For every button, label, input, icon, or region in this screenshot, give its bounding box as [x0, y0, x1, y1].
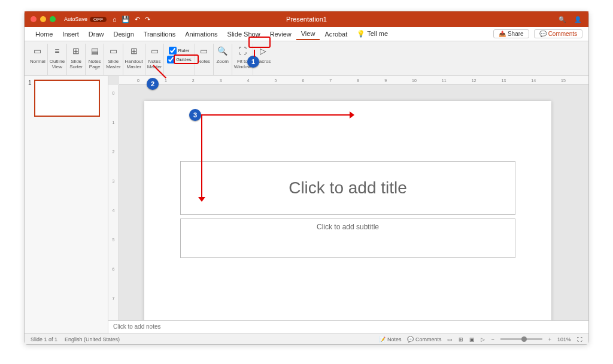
home-icon[interactable]: ⌂ — [113, 16, 117, 23]
autosave-label: AutoSave — [64, 16, 87, 22]
autosave-toggle[interactable]: AutoSave OFF — [64, 16, 107, 22]
annotation-callout-1: 1 — [247, 56, 259, 68]
normal-view-icon: ▭ — [31, 44, 45, 58]
ribbon-handout-master[interactable]: ⊞Handout Master — [123, 44, 145, 75]
search-icon[interactable]: 🔍 — [559, 16, 566, 23]
guides-checkbox[interactable]: Guides — [166, 55, 192, 64]
annotation-arrow-3h — [201, 114, 351, 116]
tab-home[interactable]: Home — [31, 29, 57, 40]
notes-icon: ▭ — [197, 44, 211, 58]
ribbon-notes-master[interactable]: ▭Notes Master — [145, 44, 164, 75]
close-icon[interactable] — [31, 16, 37, 22]
notes-page-icon: ▤ — [87, 44, 102, 58]
tab-view[interactable]: View — [296, 28, 320, 40]
ribbon-sorter[interactable]: ⊞Slide Sorter — [67, 44, 86, 75]
window-controls — [25, 16, 56, 22]
status-notes-button[interactable]: 📝 Notes — [379, 336, 401, 342]
ruler-checkbox[interactable]: Ruler — [168, 46, 190, 55]
tell-me[interactable]: 💡 Tell me — [352, 28, 393, 40]
undo-icon[interactable]: ↶ — [135, 16, 140, 23]
redo-icon[interactable]: ↷ — [145, 16, 150, 23]
ribbon-view: ▭Normal ≡Outline View ⊞Slide Sorter ▤Not… — [25, 41, 588, 76]
tab-slideshow[interactable]: Slide Show — [223, 29, 265, 40]
ribbon-notes-toggle[interactable]: ▭Notes — [195, 44, 214, 75]
save-icon[interactable]: 💾 — [122, 16, 130, 23]
notes-pane[interactable]: Click to add notes — [108, 320, 588, 333]
slide-master-icon: ▭ — [106, 44, 120, 58]
thumb-number: 1 — [28, 80, 32, 330]
view-sorter-icon[interactable]: ⊞ — [459, 336, 463, 342]
zoom-slider[interactable] — [500, 338, 542, 340]
ribbon-zoom[interactable]: 🔍Zoom — [214, 44, 232, 75]
tab-acrobat[interactable]: Acrobat — [320, 29, 352, 40]
document-title: Presentation1 — [286, 16, 327, 23]
annotation-callout-2: 2 — [147, 78, 159, 90]
title-placeholder[interactable]: Click to add title — [180, 161, 515, 215]
zoom-out-button[interactable]: − — [491, 336, 494, 342]
menu-tabs: Home Insert Draw Design Transitions Anim… — [25, 27, 588, 41]
notes-master-icon: ▭ — [147, 44, 162, 58]
tab-insert[interactable]: Insert — [57, 29, 84, 40]
subtitle-placeholder[interactable]: Click to add subtitle — [180, 219, 515, 258]
status-bar: Slide 1 of 1 English (United States) 📝 N… — [25, 333, 588, 344]
ribbon-slide-master[interactable]: ▭Slide Master — [104, 44, 123, 75]
slide-canvas-area[interactable]: 012345678910111213141516 012345678 Click… — [108, 76, 588, 320]
tab-design[interactable]: Design — [109, 29, 139, 40]
slide-thumbnail-1[interactable] — [34, 80, 100, 117]
titlebar: AutoSave OFF ⌂ 💾 ↶ ↷ Presentation1 🔍 👤 — [25, 11, 588, 27]
zoom-percent[interactable]: 101% — [557, 336, 571, 342]
slide-thumbnail-panel: 1 — [25, 76, 108, 333]
ribbon-normal[interactable]: ▭Normal — [28, 44, 48, 75]
autosave-state: OFF — [90, 17, 107, 22]
view-slideshow-icon[interactable]: ▷ — [481, 336, 485, 342]
zoom-icon: 🔍 — [216, 44, 230, 58]
fit-window-icon: ⛶ — [235, 44, 250, 58]
annotation-arrowhead-3v — [198, 197, 205, 202]
annotation-arrow-1 — [254, 50, 255, 57]
minimize-icon[interactable] — [40, 16, 46, 22]
zoom-in-button[interactable]: + — [548, 336, 551, 342]
ribbon-notes-page[interactable]: ▤Notes Page — [86, 44, 104, 75]
view-normal-icon[interactable]: ▭ — [447, 336, 453, 342]
status-slide: Slide 1 of 1 — [31, 336, 57, 342]
annotation-arrow-3v — [201, 114, 202, 198]
view-reading-icon[interactable]: ▣ — [469, 336, 475, 342]
tab-review[interactable]: Review — [265, 29, 296, 40]
comments-button[interactable]: 💬 Comments — [534, 29, 582, 38]
tab-animations[interactable]: Animations — [180, 29, 222, 40]
status-comments-button[interactable]: 💬 Comments — [407, 336, 441, 342]
maximize-icon[interactable] — [50, 16, 56, 22]
handout-master-icon: ⊞ — [127, 44, 141, 58]
ribbon-outline[interactable]: ≡Outline View — [48, 44, 67, 75]
tab-transitions[interactable]: Transitions — [139, 29, 180, 40]
annotation-arrowhead-3h — [350, 111, 354, 119]
quick-access-toolbar: ⌂ 💾 ↶ ↷ — [113, 16, 150, 23]
slide-sorter-icon: ⊞ — [69, 44, 83, 58]
status-language[interactable]: English (United States) — [65, 336, 120, 342]
share-button[interactable]: 📤 Share — [493, 29, 529, 38]
user-icon[interactable]: 👤 — [574, 16, 581, 23]
macros-icon: ▷ — [256, 44, 270, 58]
slide-1[interactable]: Click to add title Click to add subtitle — [144, 101, 551, 320]
annotation-callout-3: 3 — [189, 109, 201, 121]
tab-draw[interactable]: Draw — [84, 29, 109, 40]
fit-to-window-button[interactable]: ⛶ — [577, 336, 582, 342]
outline-view-icon: ≡ — [50, 44, 64, 58]
